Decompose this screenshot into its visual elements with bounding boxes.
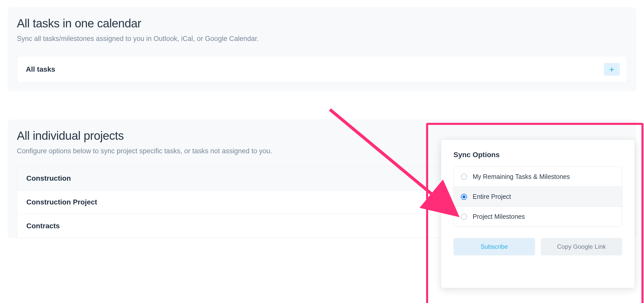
sync-option-label: Project Milestones <box>473 213 525 220</box>
calendar-sync-panel: All tasks in one calendar Sync all tasks… <box>8 7 636 91</box>
sync-options-group: My Remaining Tasks & Milestones Entire P… <box>453 167 622 227</box>
project-name: Construction Project <box>26 198 97 206</box>
copy-google-link-button[interactable]: Copy Google Link <box>541 238 622 255</box>
plus-icon: + <box>609 64 614 74</box>
subscribe-label: Subscribe <box>481 243 508 250</box>
popover-title: Sync Options <box>453 151 622 159</box>
radio-icon <box>461 174 467 180</box>
sync-option-label: Entire Project <box>473 193 511 200</box>
subscribe-button[interactable]: Subscribe <box>453 238 535 255</box>
project-name: Contracts <box>26 222 60 230</box>
project-name: Construction <box>26 174 71 182</box>
panel-subtitle: Sync all tasks/milestones assigned to yo… <box>17 35 627 43</box>
radio-icon <box>461 194 467 200</box>
sync-options-popover: Sync Options My Remaining Tasks & Milest… <box>441 140 635 288</box>
popover-actions: Subscribe Copy Google Link <box>453 238 622 255</box>
sync-option-milestones[interactable]: Project Milestones <box>454 207 622 226</box>
expand-button[interactable]: + <box>604 63 620 76</box>
copy-label: Copy Google Link <box>557 243 606 250</box>
sync-option-my-remaining[interactable]: My Remaining Tasks & Milestones <box>454 167 622 187</box>
panel-title: All tasks in one calendar <box>17 16 627 30</box>
sync-option-label: My Remaining Tasks & Milestones <box>473 173 570 180</box>
all-tasks-row[interactable]: All tasks + <box>17 56 627 83</box>
all-tasks-label: All tasks <box>26 65 55 73</box>
sync-option-entire-project[interactable]: Entire Project <box>454 187 622 207</box>
radio-icon <box>461 214 467 220</box>
